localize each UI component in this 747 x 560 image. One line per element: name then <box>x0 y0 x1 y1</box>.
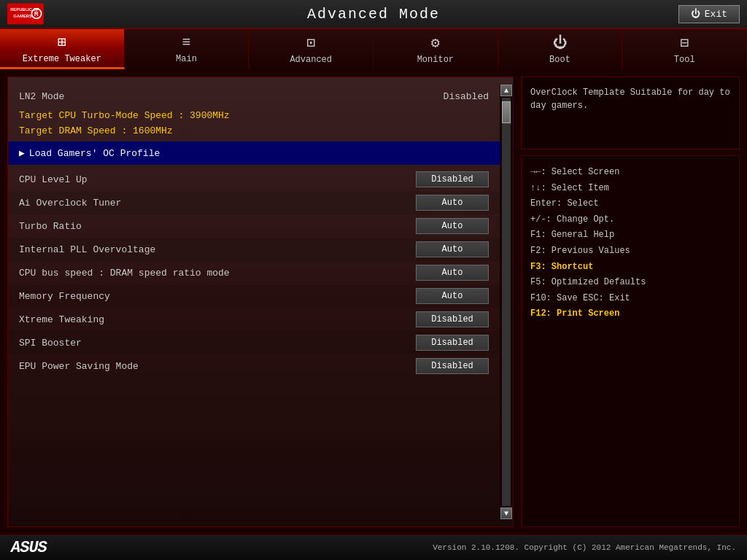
tab-main[interactable]: ≡ Main <box>125 29 249 69</box>
setting-value-5[interactable]: Auto <box>416 288 489 304</box>
shortcut-key-8: F5: Optimized Defaults <box>530 277 646 287</box>
setting-label-1: Ai Overclock Tuner <box>19 198 416 209</box>
right-panel: OverClock Template Suitable for day to d… <box>521 77 740 527</box>
shortcut-f1: F1: General Help <box>530 228 730 244</box>
help-text-box: OverClock Template Suitable for day to d… <box>521 77 740 149</box>
tab-tool[interactable]: ⊟ Tool <box>622 29 747 69</box>
shortcut-key-7: F3: Shortcut <box>530 262 593 272</box>
setting-label-8: EPU Power Saving Mode <box>19 361 416 372</box>
shortcut-change: +/-: Change Opt. <box>530 212 730 228</box>
svg-text:R: R <box>34 10 39 18</box>
tab-extreme-tweaker-label: Extreme Tweaker <box>23 54 101 64</box>
setting-row-7[interactable]: SPI Booster Disabled <box>8 331 500 354</box>
target-cpu-text: Target CPU Turbo-Mode Speed : 3900MHz <box>8 108 500 123</box>
setting-value-1[interactable]: Auto <box>416 195 489 211</box>
rog-logo-icon: REPUBLIC OF GAMERS R <box>7 3 44 25</box>
profile-label: Load Gamers' OC Profile <box>29 148 160 159</box>
setting-value-3[interactable]: Auto <box>416 241 489 257</box>
header: REPUBLIC OF GAMERS R Advanced Mode ⏻ Exi… <box>0 0 747 29</box>
shortcut-key-2: ↑↓: Select Item <box>530 183 609 193</box>
setting-label-4: CPU bus speed : DRAM speed ratio mode <box>19 268 416 279</box>
header-logo: REPUBLIC OF GAMERS R <box>7 3 44 25</box>
setting-value-6[interactable]: Disabled <box>416 311 489 327</box>
shortcut-f3: F3: Shortcut <box>530 260 730 276</box>
tab-boot-label: Boot <box>549 55 570 65</box>
exit-label: Exit <box>705 9 727 20</box>
exit-button[interactable]: ⏻ Exit <box>678 5 740 23</box>
setting-label-7: SPI Booster <box>19 338 416 349</box>
tab-advanced-label: Advanced <box>290 55 332 65</box>
target-dram-text: Target DRAM Speed : 1600MHz <box>8 123 500 139</box>
shortcut-f10: F10: Save ESC: Exit <box>530 291 730 307</box>
main-icon: ≡ <box>182 34 191 51</box>
monitor-icon: ⚙ <box>431 34 440 52</box>
shortcut-key-9: F10: Save ESC: Exit <box>530 293 630 303</box>
ln2-mode-row: LN2 Mode Disabled <box>8 85 500 108</box>
tab-main-label: Main <box>176 54 197 64</box>
power-icon: ⏻ <box>691 9 700 20</box>
nav-tabs: ⊞ Extreme Tweaker ≡ Main ⊡ Advanced ⚙ Mo… <box>0 29 747 69</box>
footer: ASUS Version 2.10.1208. Copyright (C) 20… <box>0 534 747 560</box>
setting-label-3: Internal PLL Overvoltage <box>19 244 416 255</box>
setting-label-5: Memory Frequency <box>19 291 416 302</box>
shortcut-f12: F12: Print Screen <box>530 306 730 322</box>
scroll-thumb[interactable] <box>502 101 511 123</box>
tab-tool-label: Tool <box>674 55 695 65</box>
svg-text:GAMERS: GAMERS <box>13 14 32 18</box>
setting-row-4[interactable]: CPU bus speed : DRAM speed ratio mode Au… <box>8 261 500 284</box>
tab-advanced[interactable]: ⊡ Advanced <box>249 29 374 69</box>
load-profile-row[interactable]: ▶ Load Gamers' OC Profile <box>8 141 500 165</box>
setting-value-0[interactable]: Disabled <box>416 171 489 187</box>
asus-logo: ASUS <box>11 539 47 557</box>
shortcut-key-1: →←: Select Screen <box>530 167 619 177</box>
profile-arrow-icon: ▶ <box>19 147 25 159</box>
shortcut-select-screen: →←: Select Screen <box>530 165 730 181</box>
tab-boot[interactable]: ⏻ Boot <box>498 29 623 69</box>
settings-list: LN2 Mode Disabled Target CPU Turbo-Mode … <box>8 85 500 519</box>
setting-row-6[interactable]: Xtreme Tweaking Disabled <box>8 308 500 331</box>
setting-label-6: Xtreme Tweaking <box>19 314 416 325</box>
scroll-down-button[interactable]: ▼ <box>500 508 512 519</box>
setting-value-8[interactable]: Disabled <box>416 358 489 374</box>
setting-value-7[interactable]: Disabled <box>416 335 489 351</box>
shortcut-key-5: F1: General Help <box>530 230 614 240</box>
tool-icon: ⊟ <box>680 34 689 52</box>
shortcut-f5: F5: Optimized Defaults <box>530 275 730 291</box>
boot-icon: ⏻ <box>553 34 568 52</box>
shortcut-key-4: +/-: Change Opt. <box>530 214 614 225</box>
setting-row-2[interactable]: Turbo Ratio Auto <box>8 214 500 238</box>
advanced-icon: ⊡ <box>306 34 315 52</box>
ln2-mode-label: LN2 Mode <box>19 91 444 102</box>
setting-label-0: CPU Level Up <box>19 174 416 185</box>
setting-label-2: Turbo Ratio <box>19 221 416 232</box>
tab-monitor-label: Monitor <box>417 55 454 65</box>
shortcut-key-3: Enter: Select <box>530 198 599 209</box>
scroll-up-button[interactable]: ▲ <box>500 85 512 96</box>
footer-version: Version 2.10.1208. Copyright (C) 2012 Am… <box>433 543 736 552</box>
setting-value-2[interactable]: Auto <box>416 218 489 234</box>
shortcut-select-item: ↑↓: Select Item <box>530 181 730 197</box>
shortcut-key-10: F12: Print Screen <box>530 308 619 319</box>
setting-row-3[interactable]: Internal PLL Overvoltage Auto <box>8 238 500 261</box>
header-title: Advanced Mode <box>307 6 440 23</box>
setting-row-5[interactable]: Memory Frequency Auto <box>8 284 500 308</box>
tab-extreme-tweaker[interactable]: ⊞ Extreme Tweaker <box>0 29 125 69</box>
extreme-tweaker-icon: ⊞ <box>58 33 66 51</box>
shortcut-f2: F2: Previous Values <box>530 244 730 260</box>
tab-monitor[interactable]: ⚙ Monitor <box>374 29 498 69</box>
keyboard-shortcuts: →←: Select Screen ↑↓: Select Item Enter:… <box>521 155 740 527</box>
setting-row-0[interactable]: CPU Level Up Disabled <box>8 168 500 191</box>
shortcut-key-6: F2: Previous Values <box>530 246 630 256</box>
left-panel: LN2 Mode Disabled Target CPU Turbo-Mode … <box>7 77 514 527</box>
setting-row-8[interactable]: EPU Power Saving Mode Disabled <box>8 354 500 378</box>
shortcut-enter: Enter: Select <box>530 196 730 212</box>
scroll-track[interactable] <box>502 98 511 506</box>
ln2-mode-value: Disabled <box>444 91 489 102</box>
scrollbar[interactable]: ▲ ▼ <box>500 85 513 519</box>
help-text: OverClock Template Suitable for day to d… <box>530 88 730 111</box>
content-area: LN2 Mode Disabled Target CPU Turbo-Mode … <box>0 69 747 534</box>
setting-value-4[interactable]: Auto <box>416 265 489 281</box>
setting-row-1[interactable]: Ai Overclock Tuner Auto <box>8 191 500 214</box>
